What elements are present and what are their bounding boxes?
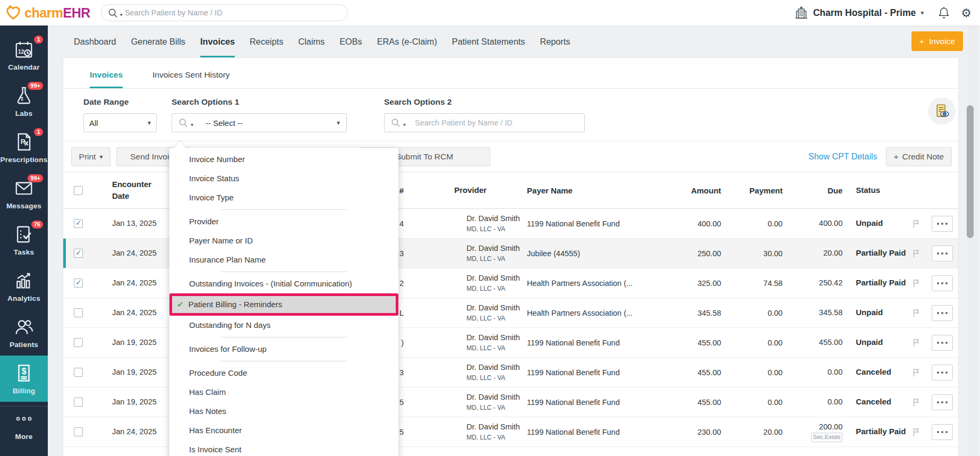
due-amount: 200.00 [819, 421, 842, 432]
row-checkbox[interactable] [74, 368, 83, 377]
nav-tab-claims[interactable]: Claims [298, 26, 325, 57]
search-options2-input[interactable] [415, 119, 578, 127]
show-cpt-details-link[interactable]: Show CPT Details [808, 152, 877, 162]
row-checkbox[interactable] [74, 278, 83, 288]
flag-icon[interactable] [912, 249, 921, 258]
search-options2-field[interactable]: ▾ [384, 113, 585, 132]
print-button[interactable]: Print ▾ [71, 147, 110, 166]
view-settings-button[interactable] [928, 97, 956, 125]
dropdown-item[interactable]: Has Notes [169, 402, 398, 421]
svg-text:12: 12 [18, 48, 24, 54]
sidebar-item-patients[interactable]: Patients [0, 309, 48, 356]
nav-tab-eobs[interactable]: EOBs [339, 26, 362, 57]
sidebar-item-tasks[interactable]: 76 Tasks [0, 217, 48, 263]
dropdown-item[interactable]: Invoices for Follow-up [169, 340, 398, 359]
row-actions-button[interactable] [932, 216, 953, 232]
nav-tab-generate-bills[interactable]: Generate Bills [131, 26, 185, 57]
notification-badge: 76 [31, 221, 43, 229]
credit-note-button[interactable]: + Credit Note [886, 147, 952, 166]
nav-tab-receipts[interactable]: Receipts [250, 26, 283, 57]
nav-tab-patient-statements[interactable]: Patient Statements [452, 26, 525, 57]
payer-name: Health Partners Association (... [526, 309, 655, 317]
row-actions-button[interactable] [932, 394, 953, 410]
row-checkbox[interactable] [74, 398, 83, 407]
sidebar-item-more[interactable]: More [0, 406, 48, 442]
billing-icon: $ [13, 363, 35, 383]
dropdown-divider [221, 272, 347, 272]
flag-icon[interactable] [912, 368, 921, 377]
practice-name: Charm Hospital - Prime [813, 7, 916, 19]
search-caret-icon: ▾ [403, 122, 406, 128]
sec-exists-badge: Sec.Exists [811, 433, 842, 442]
status: Partially Paid [856, 248, 906, 257]
row-checkbox[interactable] [74, 338, 83, 347]
row-actions-button[interactable] [932, 246, 953, 261]
amount: 250.00 [655, 249, 721, 258]
dropdown-item[interactable]: Payer Name or ID [169, 231, 398, 250]
dropdown-item[interactable]: Outstanding Invoices - (Initial Communic… [169, 274, 398, 293]
row-actions-button[interactable] [932, 335, 953, 351]
sidebar: 12 1 Calendar 99+ Labs R 1 Prescriptions… [0, 26, 48, 456]
row-checkbox[interactable] [74, 427, 83, 436]
sidebar-item-calendar[interactable]: 12 1 Calendar [0, 32, 48, 78]
payer-name: 1199 National Benefit Fund [526, 428, 655, 436]
flag-icon[interactable] [912, 278, 921, 288]
due-cell: 20.00 [782, 248, 842, 258]
hospital-icon [794, 6, 808, 20]
flag-icon[interactable] [912, 338, 921, 348]
header-amount: Amount [655, 186, 721, 195]
sidebar-item-label: Billing [13, 387, 36, 395]
amount: 455.00 [655, 368, 721, 377]
dropdown-item[interactable]: ✔ Patient Billing - Reminders [169, 293, 398, 316]
dropdown-item[interactable]: Has Claim [169, 383, 398, 402]
search-options1-select[interactable]: ▾ -- Select -- ▾ [172, 113, 347, 132]
row-actions-button[interactable] [932, 305, 953, 321]
practice-selector[interactable]: Charm Hospital - Prime ▾ [794, 6, 924, 20]
row-checkbox[interactable] [74, 249, 83, 258]
amount: 325.00 [655, 279, 721, 288]
patient-search-input[interactable] [125, 9, 341, 17]
flag-icon[interactable] [912, 219, 921, 229]
dropdown-item[interactable]: Insurance Plan Name [169, 250, 398, 269]
sidebar-item-billing[interactable]: $ Billing [0, 356, 48, 402]
settings-gear-icon[interactable]: ⚙ [961, 6, 972, 20]
notification-badge: 1 [34, 128, 43, 136]
sidebar-item-label: Prescriptions [1, 156, 48, 164]
sidebar-item-analytics[interactable]: Analytics [0, 263, 48, 309]
dropdown-item[interactable]: Outstanding for N days [169, 316, 398, 335]
dropdown-item[interactable]: Has Encounter [169, 421, 398, 440]
row-actions-button[interactable] [932, 275, 953, 291]
tab-invoices[interactable]: Invoices [90, 70, 123, 88]
flag-icon[interactable] [912, 308, 921, 318]
row-checkbox[interactable] [74, 219, 83, 228]
flag-icon[interactable] [912, 398, 921, 407]
nav-tab-eras-e-claim-[interactable]: ERAs (e-Claim) [377, 26, 437, 57]
dropdown-item[interactable]: Invoice Status [169, 169, 398, 188]
row-actions-button[interactable] [932, 365, 953, 381]
nav-tab-dashboard[interactable]: Dashboard [74, 26, 116, 57]
dropdown-item[interactable]: Provider [169, 212, 398, 231]
dropdown-item[interactable]: Is Invoice Sent [169, 440, 398, 456]
dropdown-item[interactable]: Invoice Number [169, 150, 398, 169]
page-scrollbar-thumb[interactable] [967, 105, 974, 238]
due-amount: 20.00 [823, 248, 842, 258]
dropdown-item[interactable]: Procedure Code [169, 364, 398, 383]
sidebar-item-prescriptions[interactable]: R 1 Prescriptions [0, 124, 48, 171]
due-amount: 455.00 [819, 337, 842, 348]
select-all-checkbox[interactable] [74, 186, 83, 195]
status: Unpaid [856, 308, 883, 317]
sidebar-item-labs[interactable]: 99+ Labs [0, 78, 48, 124]
nav-tab-reports[interactable]: Reports [540, 26, 570, 57]
sidebar-item-messages[interactable]: 99+ Messages [0, 171, 48, 217]
flag-icon[interactable] [912, 427, 921, 437]
notifications-bell-icon[interactable] [938, 6, 950, 19]
patient-search[interactable]: ▾ [101, 4, 348, 21]
tab-invoices-sent-history[interactable]: Invoices Sent History [152, 70, 230, 88]
sidebar-item-label: Tasks [14, 248, 34, 256]
nav-tab-invoices[interactable]: Invoices [200, 26, 235, 57]
dropdown-item[interactable]: Invoice Type [169, 188, 398, 207]
new-invoice-button[interactable]: + Invoice [911, 31, 963, 51]
row-actions-button[interactable] [932, 424, 953, 440]
date-range-select[interactable]: All ▾ [83, 113, 157, 132]
row-checkbox[interactable] [74, 308, 83, 317]
